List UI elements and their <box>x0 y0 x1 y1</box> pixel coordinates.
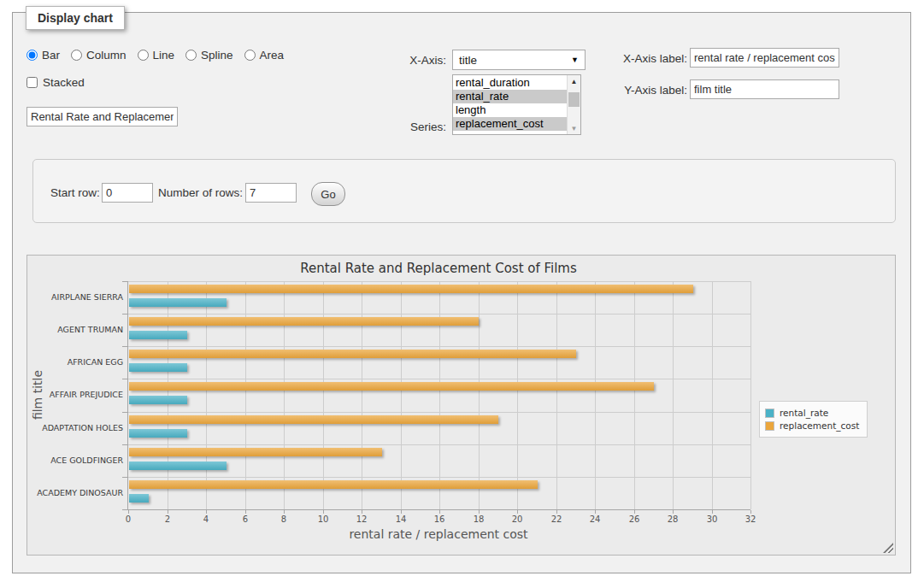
x-gridline <box>479 281 480 509</box>
x-axis-tick <box>673 510 674 514</box>
bar-replacement_cost[interactable] <box>129 415 498 424</box>
chart-type-label: Line <box>153 49 175 62</box>
chart-type-radio-spline[interactable] <box>185 50 197 61</box>
x-axis-select-value: title <box>459 54 477 67</box>
series-option-rental_rate[interactable]: rental_rate <box>453 90 567 103</box>
y-gridline <box>128 412 750 413</box>
bar-rental_rate[interactable] <box>129 396 187 404</box>
x-axis-tick <box>439 510 440 514</box>
series-listbox-scrollbar[interactable]: ▲ ▼ <box>567 75 580 134</box>
x-tick-label: 14 <box>388 514 414 524</box>
bar-replacement_cost[interactable] <box>129 448 382 456</box>
bar-rental_rate[interactable] <box>129 331 187 339</box>
legend-swatch <box>765 421 774 431</box>
x-gridline <box>712 281 713 509</box>
legend-item-replacement_cost[interactable]: replacement_cost <box>765 420 859 431</box>
x-axis-tick <box>556 510 557 514</box>
chart-type-label: Bar <box>42 49 60 62</box>
x-axis-tick <box>206 510 207 514</box>
scroll-down-icon[interactable]: ▼ <box>568 122 580 134</box>
resize-handle-icon[interactable] <box>883 543 893 553</box>
series-option-length[interactable]: length <box>453 103 567 117</box>
x-axis-tick <box>401 510 402 514</box>
number-of-rows-label: Number of rows: <box>158 186 243 199</box>
series-option-list: rental_durationrental_ratelengthreplacem… <box>453 75 567 134</box>
x-gridline <box>245 281 246 509</box>
x-axis-tick <box>362 510 362 514</box>
chart-type-option-line[interactable]: Line <box>138 49 175 62</box>
x-gridline <box>362 281 362 509</box>
stacked-option[interactable]: Stacked <box>26 76 85 89</box>
stacked-checkbox[interactable] <box>26 77 38 88</box>
x-gridline <box>401 281 402 509</box>
panel-title: Display chart <box>26 6 125 30</box>
x-gridline <box>673 281 674 509</box>
x-axis-tick <box>517 510 518 514</box>
chart-type-option-area[interactable]: Area <box>244 49 285 62</box>
rows-toolbar: Start row: Number of rows: Go <box>32 159 896 223</box>
bar-replacement_cost[interactable] <box>129 317 479 326</box>
chart-container: Rental Rate and Replacement Cost of Film… <box>26 255 896 556</box>
category-label: AIRPLANE SIERRA <box>32 292 123 302</box>
bar-rental_rate[interactable] <box>129 494 149 503</box>
x-gridline <box>284 281 285 509</box>
bar-replacement_cost[interactable] <box>129 480 538 489</box>
x-tick-label: 24 <box>582 514 608 524</box>
category-label: AFFAIR PREJUDICE <box>32 390 123 399</box>
chart-type-option-bar[interactable]: Bar <box>26 49 60 62</box>
x-gridline <box>439 281 440 509</box>
x-tick-label: 4 <box>193 514 219 524</box>
y-axis-label-input[interactable] <box>690 79 839 99</box>
series-option-replacement_cost[interactable]: replacement_cost <box>453 117 567 131</box>
chart-type-radio-column[interactable] <box>71 50 82 61</box>
y-gridline <box>128 346 750 347</box>
scroll-up-icon[interactable]: ▲ <box>568 75 580 87</box>
y-gridline <box>128 281 750 282</box>
legend-label: rental_rate <box>780 408 828 418</box>
legend-swatch <box>765 409 774 418</box>
x-axis-tick <box>284 510 285 514</box>
bar-rental_rate[interactable] <box>129 363 187 372</box>
bar-rental_rate[interactable] <box>129 461 227 470</box>
y-axis-title: film title <box>31 309 44 480</box>
chart-title: Rental Rate and Replacement Cost of Film… <box>127 261 750 276</box>
series-option-rental_duration[interactable]: rental_duration <box>453 76 567 90</box>
bar-rental_rate[interactable] <box>129 298 227 307</box>
y-axis-tick <box>122 444 127 445</box>
x-axis-label: X-Axis: <box>386 54 446 67</box>
x-gridline <box>595 281 596 509</box>
bar-replacement_cost[interactable] <box>129 285 693 293</box>
y-axis-tick <box>122 281 127 282</box>
legend-item-rental_rate[interactable]: rental_rate <box>765 408 859 418</box>
y-gridline <box>128 314 750 315</box>
scrollbar-thumb[interactable] <box>568 92 580 107</box>
bar-rental_rate[interactable] <box>129 429 187 438</box>
chart-type-label: Area <box>260 49 285 62</box>
x-axis-tick <box>712 510 713 514</box>
series-listbox[interactable]: rental_durationrental_ratelengthreplacem… <box>452 74 581 135</box>
start-row-input[interactable] <box>102 183 153 203</box>
page: Display chart BarColumnLineSplineArea St… <box>0 0 924 582</box>
number-of-rows-input[interactable] <box>245 183 297 203</box>
chart-type-label: Column <box>86 49 127 62</box>
bar-replacement_cost[interactable] <box>129 382 654 391</box>
go-button[interactable]: Go <box>311 182 345 206</box>
y-axis-tick <box>122 379 127 379</box>
chart-type-radio-area[interactable] <box>244 50 256 61</box>
chart-type-option-column[interactable]: Column <box>71 49 127 62</box>
series-label: Series: <box>386 121 446 133</box>
x-axis-label-field-label: X-Axis label: <box>602 52 687 65</box>
chart-type-option-spline[interactable]: Spline <box>185 49 233 62</box>
x-axis-select[interactable]: title ▼ <box>452 50 586 70</box>
x-axis-label-input[interactable] <box>690 48 839 68</box>
start-row-label: Start row: <box>50 186 100 199</box>
chart-type-radio-line[interactable] <box>138 50 149 61</box>
category-label: ACE GOLDFINGER <box>32 456 123 465</box>
bar-replacement_cost[interactable] <box>129 350 576 358</box>
chart-title-input[interactable] <box>26 107 178 126</box>
y-axis-tick <box>122 314 127 315</box>
x-tick-label: 28 <box>660 514 686 524</box>
x-gridline <box>323 281 324 509</box>
x-gridline <box>556 281 557 509</box>
chart-type-radio-bar[interactable] <box>26 50 38 61</box>
